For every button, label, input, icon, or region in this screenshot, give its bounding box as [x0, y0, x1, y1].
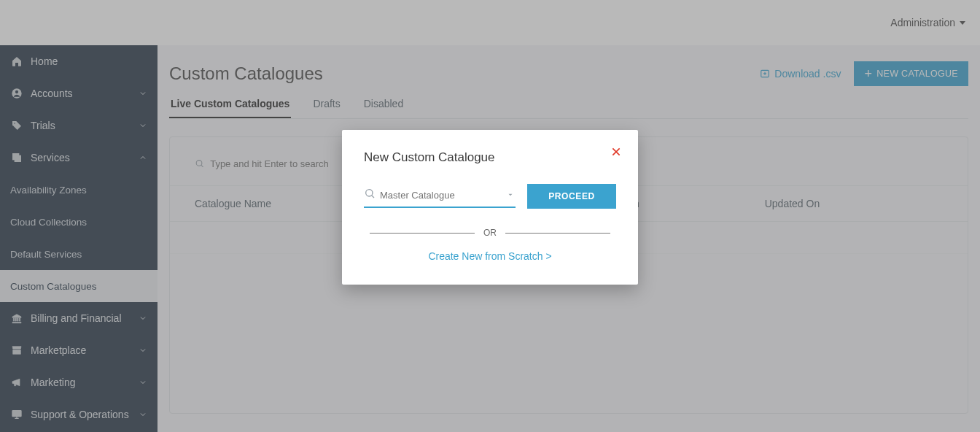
- svg-point-8: [366, 190, 373, 196]
- search-icon: [364, 188, 376, 202]
- or-label: OR: [483, 228, 497, 238]
- create-from-scratch-link[interactable]: Create New from Scratch >: [428, 250, 551, 262]
- close-icon[interactable]: [610, 146, 622, 161]
- dropdown-icon: [507, 188, 514, 201]
- master-catalogue-select[interactable]: [364, 185, 516, 208]
- master-catalogue-input[interactable]: [380, 190, 516, 201]
- or-divider: OR: [370, 228, 610, 238]
- proceed-button[interactable]: PROCEED: [527, 184, 616, 209]
- modal-overlay[interactable]: New Custom Catalogue PROCEED OR Create N…: [0, 0, 980, 432]
- modal-title: New Custom Catalogue: [364, 150, 616, 165]
- new-catalogue-modal: New Custom Catalogue PROCEED OR Create N…: [342, 130, 638, 285]
- proceed-label: PROCEED: [548, 191, 595, 201]
- scratch-label: Create New from Scratch >: [428, 250, 551, 262]
